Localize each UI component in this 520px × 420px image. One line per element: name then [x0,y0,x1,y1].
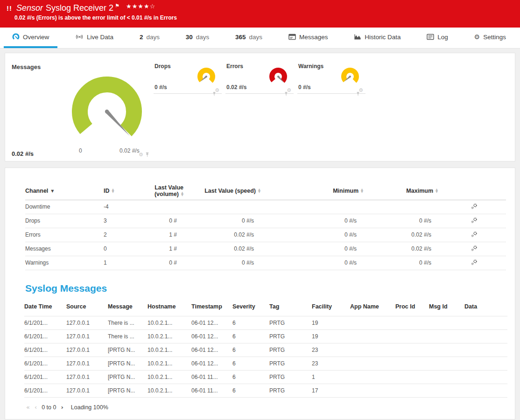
channel-volume: 1 # [136,242,198,256]
channel-row: Drops 3 0 # 0 #/s 0 #/s 0 #/s [25,214,506,228]
cell-data [464,371,507,384]
page-range-label: 0 to 0 [42,404,56,411]
column-header-minimum[interactable]: Minimum▲▼ [275,182,378,200]
mini-gauge-drops: Drops 0 #/s ⚙ [154,63,222,94]
cell-timestamp: 06-01 12... [191,330,232,343]
error-alert-icon: !! [7,4,12,12]
stars-filled[interactable]: ★★★★ [126,3,150,10]
channel-max: 0 #/s [378,214,452,228]
next-page-button[interactable]: › [61,404,63,411]
cell-message: [PRTG N... [108,384,148,398]
tab-365-days[interactable]: 365 days [227,28,271,48]
cell-hostname: 10.0.2.1... [148,357,191,371]
tab-30-days[interactable]: 30 days [177,28,218,48]
channel-name: Warnings [25,256,101,270]
page-title: Syslog Receiver 2 [46,3,113,13]
tab-overview[interactable]: Overview [4,28,57,48]
cell-data [464,357,507,371]
cell-msg-id [429,343,464,357]
mini-gauge-label: Errors [226,63,243,70]
pin-icon[interactable] [145,152,149,157]
tab-historic-data[interactable]: Historic Data [345,28,409,48]
channel-settings-icon[interactable] [471,245,478,253]
channel-speed: 0.02 #/s [198,228,275,242]
cell-app-name [350,371,395,384]
cell-app-name [350,357,395,371]
mini-gauge-errors: Errors 0.02 #/s ⚙ [225,63,294,94]
tab-messages[interactable]: Messages [280,28,337,48]
cell-app-name [350,343,395,357]
first-page-button[interactable]: « [26,404,30,411]
tab-log[interactable]: Log [418,28,457,48]
flag-icon[interactable]: ⚑ [115,3,119,9]
cell-facility: 19 [312,330,350,343]
star-empty[interactable]: ☆ [150,3,156,10]
column-header-last-value-speed[interactable]: Last Value (speed)▲▼ [198,182,275,200]
column-header-hostname: Hostname [148,298,191,316]
column-header-channel[interactable]: Channel▼ [25,182,101,200]
cell-date-time: 6/1/201... [24,384,66,398]
channel-settings-icon[interactable] [471,217,478,225]
mini-gauge-value: 0 #/s [298,84,311,91]
cell-proc-id [395,371,429,384]
cell-facility: 19 [312,316,350,330]
channel-row: Messages 0 1 # 0.02 #/s 0 #/s 0.02 #/s [25,242,506,256]
sensor-tabbar: Overview Live Data 2 days 30 days 365 da… [0,28,520,49]
channel-id: -4 [101,200,136,214]
column-header-message: Message [108,298,148,316]
cell-source: 127.0.0.1 [66,343,108,357]
cell-message: [PRTG N... [108,371,148,384]
channel-name: Messages [25,242,101,256]
tab-label: Log [437,34,448,41]
cell-tag: PRTG [269,316,312,330]
details-card: Channel▼ ID▲▼ Last Value (volume)▲▼ Last… [5,168,515,420]
cell-message: There is ... [108,316,148,330]
channel-min: 0 #/s [275,228,378,242]
cell-hostname: 10.0.2.1... [148,343,191,357]
channel-settings-icon[interactable] [471,203,478,211]
channel-id: 1 [101,256,136,270]
tab-settings[interactable]: ⚙ Settings [466,28,514,48]
column-header-id[interactable]: ID▲▼ [101,182,136,200]
gauge-scale-min: 0 [79,147,82,154]
object-kind-label: Sensor [16,3,43,13]
channel-speed: 0.02 #/s [198,242,275,256]
channel-settings-icon[interactable] [471,259,478,267]
prev-page-button[interactable]: ‹ [35,404,37,411]
cell-data [464,343,507,357]
cell-date-time: 6/1/201... [24,371,66,384]
channel-name: Downtime [25,200,101,214]
cell-hostname: 10.0.2.1... [148,371,191,384]
broadcast-icon [75,34,84,40]
channel-row: Warnings 1 0 # 0 #/s 0 #/s 0 #/s [25,256,506,270]
channel-row: Errors 2 1 # 0.02 #/s 0 #/s 0.02 #/s [25,228,506,242]
cell-date-time: 6/1/201... [24,357,66,371]
gauge-settings-icon[interactable]: ⚙ [139,152,143,157]
cell-tag: PRTG [269,357,312,371]
column-header-proc-id: Proc Id [395,298,429,316]
sort-icon: ▲▼ [436,189,438,193]
syslog-row: 6/1/201... 127.0.0.1 There is ... 10.0.2… [24,330,507,343]
column-header-timestamp: Timestamp [191,298,232,316]
tab-number: 2 [140,34,143,41]
priority-stars[interactable]: ★★★★☆ [126,3,155,10]
channel-volume [136,200,198,214]
syslog-row: 6/1/201... 127.0.0.1 [PRTG N... 10.0.2.1… [24,384,507,398]
column-header-maximum[interactable]: Maximum▲▼ [378,182,452,200]
list-icon [427,34,434,40]
mini-gauge-value: 0 #/s [155,84,167,91]
cell-msg-id [429,371,464,384]
tab-live-data[interactable]: Live Data [67,28,122,48]
cell-source: 127.0.0.1 [66,384,108,398]
channel-settings-icon[interactable] [471,231,478,239]
tab-label: days [249,34,263,41]
mini-gauge-value: 0.02 #/s [226,84,246,91]
cell-severity: 6 [232,316,269,330]
mini-gauge-label: Warnings [298,63,323,70]
channel-name: Errors [25,228,101,242]
cell-proc-id [395,330,429,343]
mini-gauge-dial [339,67,361,88]
tab-2-days[interactable]: 2 days [131,28,168,48]
column-header-last-value-volume[interactable]: Last Value (volume)▲▼ [136,182,198,200]
channel-id: 0 [101,242,136,256]
